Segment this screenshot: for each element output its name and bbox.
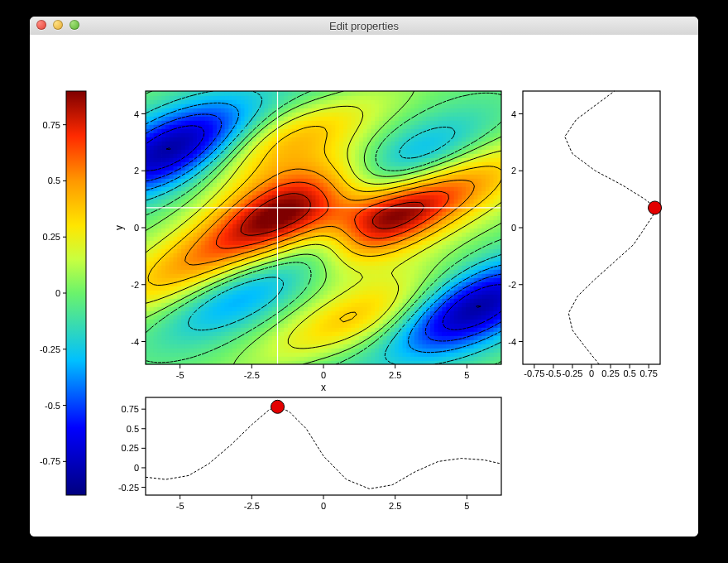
svg-rect-5759 [466,99,471,104]
svg-rect-898 [462,323,467,328]
svg-rect-5261 [276,120,281,125]
svg-rect-1855 [332,277,337,282]
svg-rect-5009 [347,132,352,137]
svg-rect-921 [197,319,202,324]
close-icon[interactable] [36,20,46,30]
svg-rect-4868 [146,137,151,142]
svg-rect-2753 [323,236,328,241]
svg-rect-3922 [319,182,324,187]
svg-rect-5337 [221,116,226,121]
svg-rect-1510 [390,294,395,299]
right-slice-marker[interactable] [649,201,662,214]
svg-rect-982 [438,319,443,324]
svg-rect-1075 [450,315,455,320]
svg-rect-550 [154,335,159,340]
svg-rect-5928 [422,91,427,96]
svg-rect-1548 [185,290,190,295]
svg-rect-189 [150,352,155,357]
svg-rect-3926 [335,182,340,187]
right-slice-axes[interactable]: -4-2024-0.75-0.5-0.2500.250.50.75 [508,91,661,378]
svg-rect-2781 [434,236,439,241]
svg-rect-463 [165,339,170,344]
svg-rect-1133 [323,310,328,315]
svg-rect-2788 [462,236,467,241]
svg-rect-1112 [241,310,246,315]
svg-rect-5129 [466,128,471,133]
svg-rect-4683 [481,149,486,154]
svg-rect-2952 [399,228,404,233]
svg-rect-5456 [335,112,340,117]
bottom-slice-marker[interactable] [271,400,285,413]
svg-rect-1237 [379,306,384,311]
svg-rect-2144 [406,265,411,270]
svg-rect-4473 [363,157,368,162]
svg-rect-1442 [477,298,482,303]
svg-rect-2669 [347,240,352,245]
svg-rect-3032 [359,224,364,229]
svg-rect-2630 [193,240,198,245]
svg-rect-538 [462,339,467,344]
svg-rect-2070 [470,269,475,274]
svg-rect-5876 [217,91,222,96]
svg-rect-272 [477,352,482,357]
bottom-slice-axes[interactable]: -5-2.502.55-0.2500.250.50.75 [118,397,501,511]
svg-rect-3858 [422,186,427,191]
svg-rect-181 [474,356,479,361]
svg-rect-1795 [450,282,455,286]
svg-rect-903 [481,323,486,328]
svg-rect-1635 [173,286,178,291]
svg-rect-2983 [165,224,170,229]
svg-rect-2792 [477,236,482,241]
svg-rect-5273 [323,120,328,125]
svg-rect-5097 [339,128,344,133]
svg-rect-3691 [474,195,479,200]
svg-rect-4077 [221,174,226,179]
figure-canvas[interactable]: -0.75-0.5-0.2500.250.50.75-5-2.502.55-4-… [30,35,698,537]
svg-rect-1446 [493,298,498,303]
svg-rect-5073 [244,128,249,133]
svg-rect-4568 [383,153,388,158]
svg-rect-555 [173,335,178,340]
zoom-icon[interactable] [69,20,79,30]
svg-rect-3221 [395,215,400,220]
titlebar[interactable]: Edit properties [30,17,698,36]
svg-rect-4361 [276,161,281,166]
svg-rect-131 [276,356,281,361]
svg-rect-3037 [379,224,384,229]
svg-rect-4260 [232,166,237,171]
svg-rect-2933 [323,228,328,233]
svg-rect-3460 [272,203,277,208]
svg-rect-4054 [486,178,491,183]
minimize-icon[interactable] [53,20,63,30]
svg-rect-5576 [454,108,459,113]
svg-rect-3963 [481,182,486,187]
main-contour-axes[interactable]: -5-2.502.55-4-2024xy [113,91,502,393]
svg-rect-4543 [284,153,289,158]
svg-rect-2850 [351,232,356,237]
svg-rect-1037 [299,315,304,320]
svg-rect-391 [237,344,242,349]
svg-rect-1832 [241,277,246,282]
svg-rect-1292 [241,302,246,307]
svg-rect-1147 [379,310,384,315]
svg-rect-1628 [146,286,151,291]
svg-rect-5391 [434,116,439,121]
svg-rect-2846 [335,232,340,237]
svg-rect-1387 [261,298,266,303]
svg-rect-3186 [256,215,261,220]
svg-rect-3023 [323,224,328,229]
svg-rect-243 [363,352,368,357]
svg-rect-3131 [395,219,400,224]
svg-rect-3118 [343,219,348,224]
svg-rect-3244 [486,215,491,220]
svg-rect-5345 [252,116,257,121]
svg-rect-5581 [474,108,479,113]
svg-rect-671 [276,331,281,336]
svg-rect-283 [165,348,170,353]
svg-rect-1189 [189,306,194,311]
svg-rect-2988 [185,224,190,229]
svg-rect-4826 [335,141,340,146]
svg-rect-2663 [323,240,328,245]
svg-rect-643 [165,331,170,336]
svg-rect-2116 [296,265,301,270]
